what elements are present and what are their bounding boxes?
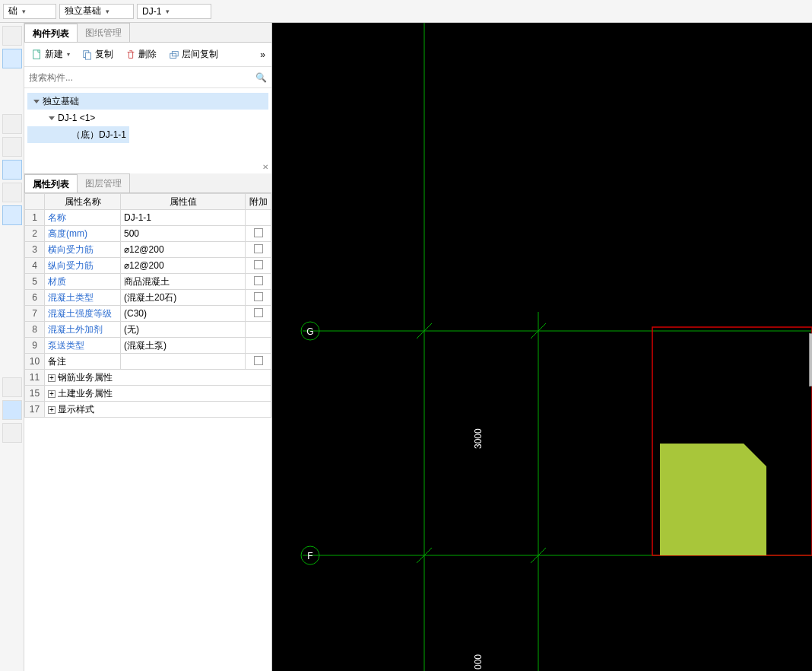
prop-value[interactable]: (混凝土20石)	[121, 290, 246, 306]
prop-add[interactable]	[246, 274, 271, 290]
checkbox-icon[interactable]	[254, 356, 263, 365]
axis-label-g: G	[306, 326, 313, 337]
prop-value[interactable]	[121, 354, 246, 370]
table-group-row[interactable]: 11+钢筋业务属性	[25, 370, 271, 386]
search-input[interactable]	[29, 72, 255, 83]
row-number: 3	[25, 242, 45, 258]
rail-item[interactable]	[2, 377, 22, 397]
table-row[interactable]: 7混凝土强度等级(C30)	[25, 306, 271, 322]
checkbox-icon[interactable]	[254, 292, 263, 301]
prop-add[interactable]	[246, 338, 271, 354]
tab-properties[interactable]: 属性列表	[24, 173, 78, 192]
table-header-row: 属性名称 属性值 附加	[25, 194, 271, 210]
prop-name: 混凝土类型	[45, 290, 121, 306]
prop-add[interactable]	[246, 354, 271, 370]
prop-name: 泵送类型	[45, 338, 121, 354]
prop-value[interactable]: ⌀12@200	[121, 258, 246, 274]
new-button[interactable]: 新建 ▾	[27, 46, 75, 63]
table-row[interactable]: 6混凝土类型(混凝土20石)	[25, 290, 271, 306]
rail-item-selected[interactable]	[2, 400, 22, 420]
prop-value[interactable]: (混凝土泵)	[121, 338, 246, 354]
prop-add[interactable]	[246, 210, 271, 226]
table-row[interactable]: 10备注	[25, 354, 271, 370]
tree-root[interactable]: 独立基础	[27, 93, 268, 110]
prop-add[interactable]	[246, 242, 271, 258]
rail-item[interactable]	[2, 423, 22, 443]
tree-node-2[interactable]: （底）DJ-1-1	[27, 126, 129, 143]
checkbox-icon[interactable]	[254, 244, 263, 253]
component-toolbar: 新建 ▾ 复制 删除 层间复制 »	[24, 43, 271, 67]
table-row[interactable]: 2高度(mm)500	[25, 226, 271, 242]
row-number: 9	[25, 338, 45, 354]
tree-node-1[interactable]: DJ-1 <1>	[27, 110, 268, 126]
drawing-canvas[interactable]: G F 3000 000	[272, 23, 812, 671]
header-blank	[25, 194, 45, 210]
toolbar-overflow[interactable]: »	[257, 49, 268, 60]
prop-value[interactable]: 500	[121, 226, 246, 242]
group-label[interactable]: +土建业务属性	[45, 386, 271, 402]
table-group-row[interactable]: 15+土建业务属性	[25, 386, 271, 402]
table-row[interactable]: 1名称DJ-1-1	[25, 210, 271, 226]
prop-add[interactable]	[246, 306, 271, 322]
table-row[interactable]: 4纵向受力筋⌀12@200	[25, 258, 271, 274]
combo-instance-text: DJ-1	[142, 6, 161, 17]
row-number: 7	[25, 306, 45, 322]
tab-component-list[interactable]: 构件列表	[24, 23, 78, 42]
checkbox-icon[interactable]	[254, 260, 263, 269]
delete-button[interactable]: 删除	[121, 46, 161, 63]
expand-plus-icon[interactable]: +	[48, 374, 56, 382]
prop-add[interactable]	[246, 290, 271, 306]
svg-marker-16	[660, 444, 766, 555]
expand-plus-icon[interactable]: +	[48, 390, 56, 398]
prop-value[interactable]: ⌀12@200	[121, 242, 246, 258]
prop-name: 纵向受力筋	[45, 258, 121, 274]
row-number: 6	[25, 290, 45, 306]
tree-node-1-label: DJ-1 <1>	[58, 113, 95, 123]
close-icon[interactable]: ✕	[262, 163, 268, 171]
checkbox-icon[interactable]	[254, 308, 263, 317]
table-row[interactable]: 5材质商品混凝土	[25, 274, 271, 290]
table-group-row[interactable]: 17+显示样式	[25, 402, 271, 418]
axis-label-f: F	[307, 551, 312, 561]
table-row[interactable]: 8混凝土外加剂(无)	[25, 322, 271, 338]
row-number: 10	[25, 354, 45, 370]
prop-add[interactable]	[246, 258, 271, 274]
table-row[interactable]: 9泵送类型(混凝土泵)	[25, 338, 271, 354]
prop-value[interactable]: DJ-1-1	[121, 210, 246, 226]
combo-instance[interactable]: DJ-1 ▾	[137, 4, 211, 19]
tab-layer-manage[interactable]: 图层管理	[77, 173, 130, 192]
layer-copy-button[interactable]: 层间复制	[164, 46, 223, 63]
property-tabs: 属性列表 图层管理	[24, 173, 271, 193]
side-panels: 构件列表 图纸管理 新建 ▾ 复制 删除 层间复制 »	[24, 23, 272, 671]
rail-item[interactable]	[2, 137, 22, 157]
copy-button[interactable]: 复制	[78, 46, 118, 63]
prop-value[interactable]: (C30)	[121, 306, 246, 322]
expand-plus-icon[interactable]: +	[48, 406, 56, 414]
table-row[interactable]: 3横向受力筋⌀12@200	[25, 242, 271, 258]
rail-item[interactable]	[2, 183, 22, 202]
group-label[interactable]: +钢筋业务属性	[45, 370, 271, 386]
prop-add[interactable]	[246, 226, 271, 242]
chevron-down-icon: ▾	[22, 8, 26, 15]
prop-add[interactable]	[246, 322, 271, 338]
combo-category[interactable]: 础 ▾	[3, 4, 56, 19]
trash-icon	[125, 49, 136, 60]
rail-item-active[interactable]	[2, 49, 22, 68]
component-tabs: 构件列表 图纸管理	[24, 23, 271, 43]
prop-name: 高度(mm)	[45, 226, 121, 242]
group-label[interactable]: +显示样式	[45, 402, 271, 418]
row-number: 17	[25, 402, 45, 418]
checkbox-icon[interactable]	[254, 276, 263, 285]
scrollbar-thumb[interactable]	[809, 333, 812, 386]
search-icon[interactable]: 🔍	[255, 72, 267, 83]
rail-item[interactable]	[2, 26, 22, 46]
combo-type[interactable]: 独立基础 ▾	[59, 4, 134, 19]
tab-drawing-manage[interactable]: 图纸管理	[77, 23, 130, 42]
checkbox-icon[interactable]	[254, 228, 263, 237]
rail-item[interactable]	[2, 160, 22, 180]
cad-drawing: G F 3000 000	[272, 23, 812, 671]
rail-item[interactable]	[2, 205, 22, 225]
prop-value[interactable]: (无)	[121, 322, 246, 338]
rail-item[interactable]	[2, 114, 22, 134]
prop-value[interactable]: 商品混凝土	[121, 274, 246, 290]
